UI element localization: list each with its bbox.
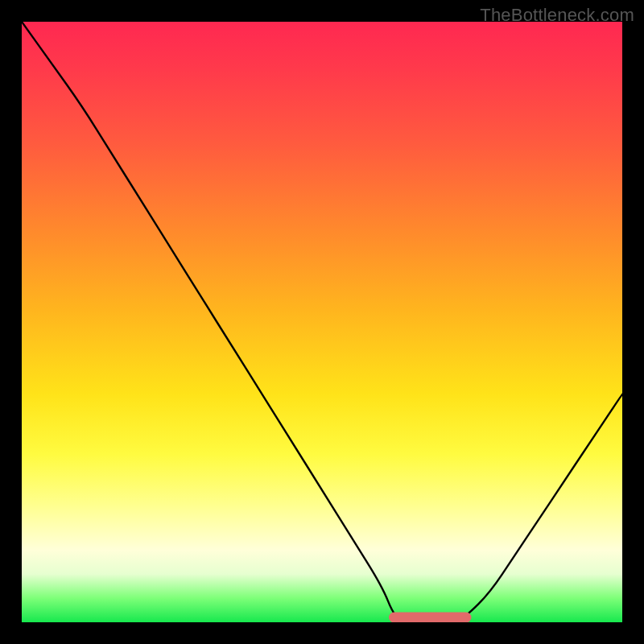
chart-plot-area <box>22 22 622 622</box>
bottleneck-curve-svg <box>22 22 622 622</box>
bottleneck-curve-path <box>22 22 622 622</box>
watermark-text: TheBottleneck.com <box>480 5 634 26</box>
